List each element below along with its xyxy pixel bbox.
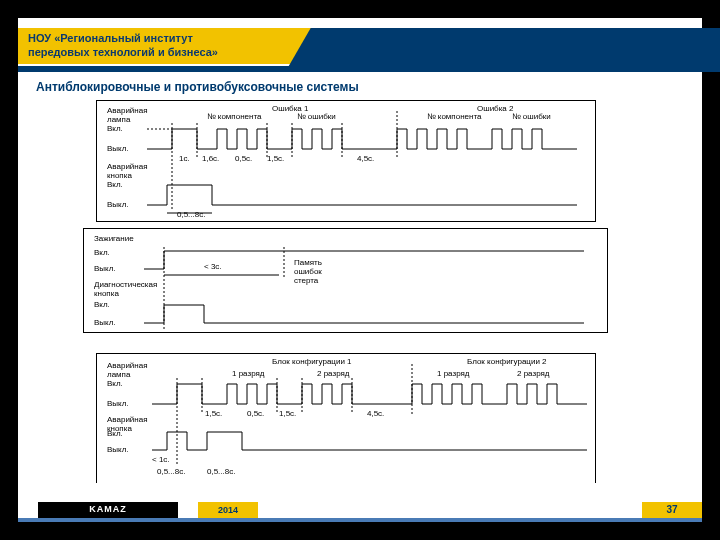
page-subtitle: Антиблокировочные и противобуксовочные с… [36, 80, 359, 94]
svg-text:Выкл.: Выкл. [94, 318, 116, 327]
svg-text:Аварийнаялампа: Аварийнаялампа [107, 361, 148, 379]
svg-text:< 3с.: < 3с. [204, 262, 222, 271]
svg-text:< 1с.: < 1с. [152, 455, 170, 464]
svg-text:1,6с.: 1,6с. [202, 154, 219, 163]
svg-text:Блок конфигурации 1: Блок конфигурации 1 [272, 357, 352, 366]
svg-text:Выкл.: Выкл. [107, 399, 129, 408]
svg-text:0,5с.: 0,5с. [247, 409, 264, 418]
svg-text:0,5...8с.: 0,5...8с. [157, 467, 185, 476]
svg-text:1,5с.: 1,5с. [279, 409, 296, 418]
svg-text:2 разряд: 2 разряд [517, 369, 550, 378]
institute-l2: передовых технологий и бизнеса» [28, 45, 328, 59]
svg-text:1,5с.: 1,5с. [205, 409, 222, 418]
svg-text:Вкл.: Вкл. [107, 124, 123, 133]
timing-diagram-3: Аварийнаялампа Вкл. Выкл. Аварийнаякнопк… [96, 353, 596, 483]
svg-text:1с.: 1с. [179, 154, 190, 163]
svg-text:0,5с.: 0,5с. [235, 154, 252, 163]
svg-text:Вкл.: Вкл. [107, 180, 123, 189]
svg-text:Вкл.: Вкл. [107, 429, 123, 438]
svg-text:Выкл.: Выкл. [94, 264, 116, 273]
svg-text:Выкл.: Выкл. [107, 144, 129, 153]
svg-text:4,5с.: 4,5с. [357, 154, 374, 163]
svg-text:№ компонента: № компонента [207, 112, 262, 121]
svg-text:Выкл.: Выкл. [107, 445, 129, 454]
svg-text:Блок конфигурации 2: Блок конфигурации 2 [467, 357, 547, 366]
svg-text:1 разряд: 1 разряд [232, 369, 265, 378]
svg-text:4,5с.: 4,5с. [367, 409, 384, 418]
year-badge: 2014 [198, 502, 258, 518]
svg-text:№ компонента: № компонента [427, 112, 482, 121]
svg-text:Ошибка 2: Ошибка 2 [477, 104, 514, 113]
svg-text:№ ошибки: № ошибки [512, 112, 551, 121]
svg-text:Выкл.: Выкл. [107, 200, 129, 209]
timing-diagram-1: Аварийнаялампа Вкл. Выкл. Аварийнаякнопк… [96, 100, 596, 222]
svg-text:Зажигание: Зажигание [94, 234, 134, 243]
svg-text:0,5...8с.: 0,5...8с. [177, 210, 205, 219]
header-blue-bar [18, 66, 702, 72]
svg-text:Вкл.: Вкл. [94, 300, 110, 309]
svg-text:№ ошибки: № ошибки [297, 112, 336, 121]
svg-text:Вкл.: Вкл. [107, 379, 123, 388]
svg-text:Памятьошибокстерта: Памятьошибокстерта [294, 258, 322, 285]
svg-text:1 разряд: 1 разряд [437, 369, 470, 378]
svg-text:Вкл.: Вкл. [94, 248, 110, 257]
logo: KAMAZ [38, 502, 178, 518]
svg-text:2 разряд: 2 разряд [317, 369, 350, 378]
institute-title: НОУ «Региональный институт передовых тех… [18, 28, 338, 64]
page-number: 37 [642, 502, 702, 518]
svg-text:Диагностическаякнопка: Диагностическаякнопка [94, 280, 157, 298]
timing-diagram-2: Зажигание Вкл. Выкл. Диагностическаякноп… [83, 228, 608, 333]
institute-l1: НОУ «Региональный институт [28, 31, 328, 45]
footer: KAMAZ 2014 37 [18, 502, 702, 522]
label: Аварийнаялампа [107, 106, 148, 124]
svg-text:0,5...8с.: 0,5...8с. [207, 467, 235, 476]
svg-text:1,5с.: 1,5с. [267, 154, 284, 163]
label: Аварийнаякнопка [107, 162, 148, 180]
